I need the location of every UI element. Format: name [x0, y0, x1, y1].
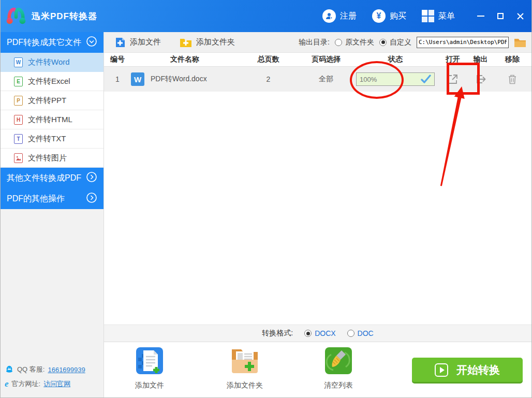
app-title: 迅米PDF转换器 [32, 10, 97, 22]
trash-icon [507, 73, 518, 85]
bottom-add-folder-button[interactable]: 添加文件夹 [221, 346, 268, 390]
col-status: 状态 [354, 55, 437, 64]
sidebar-section-pdf-ops[interactable]: PDF的其他操作 [1, 188, 104, 209]
excel-file-icon: E [14, 77, 23, 86]
sidebar-item-label: 文件转PPT [28, 96, 66, 106]
add-folder-button[interactable]: 添加文件夹 [180, 37, 235, 48]
start-convert-label: 开始转换 [456, 363, 500, 377]
external-link-icon [447, 73, 459, 85]
radio-checked-icon [304, 330, 312, 337]
qq-label: QQ 客服: [17, 365, 45, 374]
col-number: 编号 [104, 55, 131, 64]
sidebar-item-txt[interactable]: T 文件转TXT [1, 129, 104, 149]
bottom-add-folder-label: 添加文件夹 [221, 381, 268, 390]
official-site-link[interactable]: 访问官网 [43, 379, 70, 389]
col-pagerange: 页码选择 [298, 55, 354, 64]
html-file-icon: H [14, 115, 23, 125]
start-convert-button[interactable]: 开始转换 [412, 358, 523, 382]
radio-original-label: 原文件夹 [345, 38, 374, 47]
sidebar-item-html[interactable]: H 文件转HTML [1, 110, 104, 129]
clear-list-button[interactable]: 清空列表 [315, 346, 362, 390]
progress-bar: 100% [356, 72, 435, 86]
sidebar-item-ppt[interactable]: P 文件转PPT [1, 91, 104, 110]
site-support-row: e 官方网址: 访问官网 [5, 379, 104, 389]
progress-percent: 100% [360, 76, 377, 83]
sidebar-item-label: 文件转TXT [28, 134, 66, 144]
radio-custom-folder[interactable]: 自定义 [379, 38, 411, 47]
col-filename: 文件名称 [131, 55, 239, 64]
section-label: 其他文件转换成PDF [7, 173, 81, 184]
doc-label: DOC [358, 329, 374, 337]
row-pages: 2 [239, 75, 298, 83]
play-icon [435, 363, 448, 377]
col-pages: 总页数 [239, 55, 298, 64]
support-links: QQ 客服: 1661699939 e 官方网址: 访问官网 [1, 360, 104, 397]
qq-support-row: QQ 客服: 1661699939 [5, 365, 104, 374]
row-number: 1 [104, 75, 131, 83]
radio-original-folder[interactable]: 原文件夹 [335, 38, 374, 47]
sidebar-item-label: 文件转Word [28, 57, 70, 67]
grid-icon [422, 10, 434, 22]
col-output: 输出 [469, 55, 492, 64]
sidebar-item-word[interactable]: W 文件转Word [1, 53, 104, 72]
browse-folder-icon[interactable] [514, 37, 526, 48]
section-label: PDF的其他操作 [7, 194, 65, 204]
chevron-right-circle-icon [86, 192, 97, 205]
bottom-add-file-button[interactable]: 添加文件 [126, 346, 173, 390]
bottom-add-file-label: 添加文件 [126, 381, 173, 390]
buy-button[interactable]: ¥ 购买 [372, 9, 406, 23]
radio-docx[interactable]: DOCX [304, 329, 335, 337]
docx-label: DOCX [315, 329, 335, 337]
window-controls [477, 12, 524, 20]
sidebar-item-excel[interactable]: E 文件转Excel [1, 72, 104, 91]
radio-doc[interactable]: DOC [347, 329, 374, 337]
sidebar-section-pdf-to-other[interactable]: PDF转换成其它文件 [1, 32, 104, 53]
app-window: { "app": { "title": "迅米PDF转换器" }, "title… [0, 0, 532, 398]
close-icon[interactable] [516, 12, 524, 20]
remove-row-button[interactable] [506, 72, 519, 86]
open-output-button[interactable] [474, 72, 487, 86]
app-logo-icon [5, 5, 27, 27]
output-dir-label: 输出目录: [299, 38, 330, 47]
person-circle-icon [322, 9, 336, 23]
titlebar: 迅米PDF转换器 注册 ¥ 购买 菜单 [1, 0, 532, 32]
table-header: 编号 文件名称 总页数 页码选择 状态 打开 输出 移除 [104, 53, 531, 67]
add-file-button[interactable]: 添加文件 [115, 37, 161, 48]
add-folder-big-icon [230, 346, 260, 375]
qq-number-link[interactable]: 1661699939 [48, 366, 85, 374]
radio-icon [347, 330, 354, 337]
sidebar-item-label: 文件转图片 [28, 153, 67, 163]
chevron-right-circle-icon [86, 171, 97, 185]
titlebar-right: 注册 ¥ 购买 菜单 [322, 9, 532, 23]
image-file-icon [14, 153, 23, 163]
add-folder-label: 添加文件夹 [196, 37, 235, 47]
output-path-input[interactable] [417, 37, 509, 48]
row-pagerange[interactable]: 全部 [298, 75, 354, 84]
check-icon [421, 75, 431, 84]
col-remove: 移除 [492, 55, 532, 64]
main-area: 添加文件 添加文件夹 输出目录: 原文件夹 自定义 [104, 32, 531, 397]
register-label: 注册 [340, 11, 357, 22]
open-file-button[interactable] [446, 72, 460, 86]
minimize-icon[interactable] [477, 12, 485, 20]
format-label: 转换格式: [262, 329, 293, 338]
add-file-icon [115, 37, 126, 48]
maximize-icon[interactable] [496, 12, 505, 20]
sidebar-item-label: 文件转Excel [28, 77, 70, 86]
sidebar-item-image[interactable]: 文件转图片 [1, 149, 104, 168]
sidebar-section-other-to-pdf[interactable]: 其他文件转换成PDF [1, 168, 104, 188]
output-dir-group: 输出目录: 原文件夹 自定义 [299, 37, 526, 48]
register-button[interactable]: 注册 [322, 9, 357, 23]
yen-circle-icon: ¥ [372, 9, 386, 23]
section-label: PDF转换成其它文件 [7, 37, 81, 48]
clear-list-icon [324, 346, 353, 375]
menu-label: 菜单 [438, 11, 455, 22]
clear-list-label: 清空列表 [315, 381, 362, 390]
radio-custom-label: 自定义 [390, 38, 411, 47]
bottom-panel: 添加文件 添加文件夹 清空列表 [104, 342, 531, 397]
row-filename-cell: W PDF转Word.docx [131, 72, 239, 86]
table-row[interactable]: 1 W PDF转Word.docx 2 全部 100% [104, 67, 531, 92]
sidebar-item-label: 文件转HTML [28, 115, 72, 125]
menu-button[interactable]: 菜单 [422, 10, 455, 22]
add-file-big-icon [135, 346, 164, 375]
